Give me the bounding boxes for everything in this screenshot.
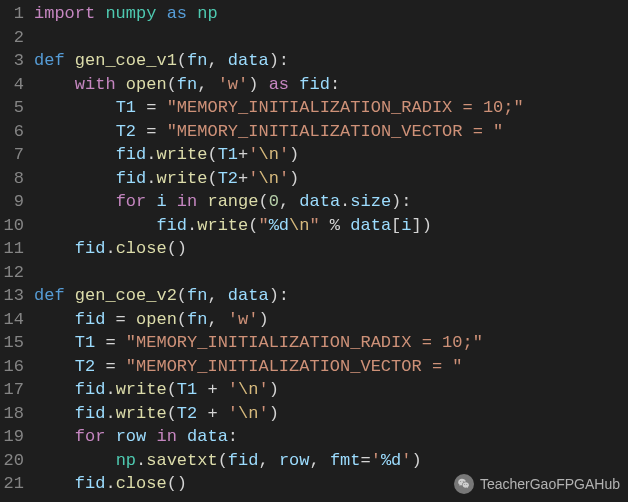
line-number: 13: [0, 284, 24, 308]
line-number: 5: [0, 96, 24, 120]
line-number: 12: [0, 261, 24, 285]
line-number: 14: [0, 308, 24, 332]
line-number: 20: [0, 449, 24, 473]
line-number: 16: [0, 355, 24, 379]
line-number: 4: [0, 73, 24, 97]
code-line[interactable]: fid.write("%d\n" % data[i]): [34, 214, 628, 238]
line-number: 6: [0, 120, 24, 144]
code-line[interactable]: [34, 261, 628, 285]
watermark: TeacherGaoFPGAHub: [454, 473, 620, 497]
code-editor[interactable]: 123456789101112131415161718192021 import…: [0, 0, 628, 502]
code-line[interactable]: T1 = "MEMORY_INITIALIZATION_RADIX = 10;": [34, 96, 628, 120]
code-line[interactable]: for row in data:: [34, 425, 628, 449]
code-line[interactable]: import numpy as np: [34, 2, 628, 26]
line-number: 8: [0, 167, 24, 191]
line-number: 19: [0, 425, 24, 449]
line-number: 10: [0, 214, 24, 238]
line-number: 7: [0, 143, 24, 167]
line-number: 1: [0, 2, 24, 26]
line-number: 18: [0, 402, 24, 426]
code-content[interactable]: import numpy as npdef gen_coe_v1(fn, dat…: [34, 0, 628, 502]
code-line[interactable]: T1 = "MEMORY_INITIALIZATION_RADIX = 10;": [34, 331, 628, 355]
code-line[interactable]: for i in range(0, data.size):: [34, 190, 628, 214]
code-line[interactable]: fid.write(T2 + '\n'): [34, 402, 628, 426]
watermark-text: TeacherGaoFPGAHub: [480, 473, 620, 497]
code-line[interactable]: np.savetxt(fid, row, fmt='%d'): [34, 449, 628, 473]
code-line[interactable]: T2 = "MEMORY_INITIALIZATION_VECTOR = ": [34, 120, 628, 144]
code-line[interactable]: fid.write(T2+'\n'): [34, 167, 628, 191]
code-line[interactable]: [34, 26, 628, 50]
code-line[interactable]: fid.write(T1 + '\n'): [34, 378, 628, 402]
line-number: 21: [0, 472, 24, 496]
wechat-icon: [454, 474, 474, 494]
line-number: 17: [0, 378, 24, 402]
code-line[interactable]: fid = open(fn, 'w'): [34, 308, 628, 332]
code-line[interactable]: T2 = "MEMORY_INITIALIZATION_VECTOR = ": [34, 355, 628, 379]
code-line[interactable]: fid.write(T1+'\n'): [34, 143, 628, 167]
code-line[interactable]: with open(fn, 'w') as fid:: [34, 73, 628, 97]
line-number: 11: [0, 237, 24, 261]
line-number-gutter: 123456789101112131415161718192021: [0, 0, 34, 502]
line-number: 2: [0, 26, 24, 50]
code-line[interactable]: fid.close(): [34, 237, 628, 261]
code-line[interactable]: def gen_coe_v1(fn, data):: [34, 49, 628, 73]
line-number: 9: [0, 190, 24, 214]
line-number: 15: [0, 331, 24, 355]
line-number: 3: [0, 49, 24, 73]
code-line[interactable]: def gen_coe_v2(fn, data):: [34, 284, 628, 308]
